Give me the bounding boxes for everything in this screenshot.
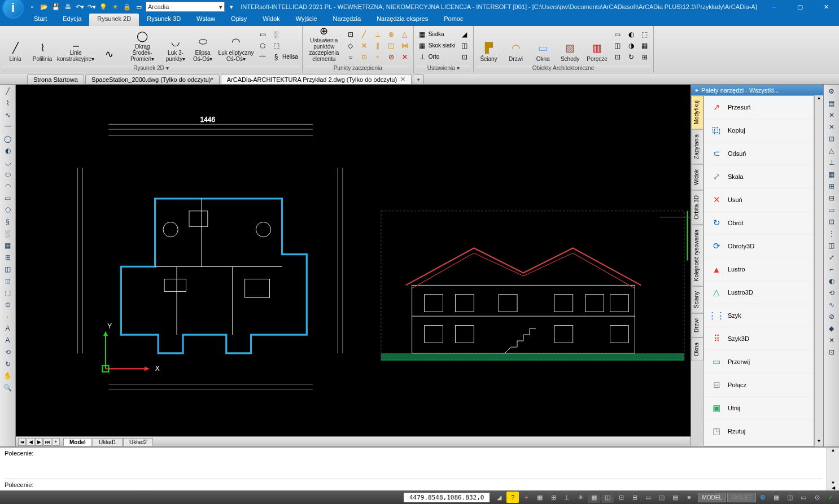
toolbar-button[interactable]: ✕ <box>825 335 838 346</box>
close-icon[interactable]: ✕ <box>400 76 405 83</box>
palette-item[interactable]: ⿻Kopiuj <box>704 119 814 142</box>
palette-item[interactable]: ▣Utnij <box>704 397 814 420</box>
toolbar-button[interactable]: ░ <box>2 228 14 239</box>
layout-tab[interactable]: Układ1 <box>93 438 123 446</box>
palette-item[interactable]: ◳Rzutuj <box>704 420 814 443</box>
toolbar-button[interactable]: ⋮ <box>825 228 838 239</box>
palette-tab[interactable]: Okna <box>691 338 703 361</box>
ribbon-small-button[interactable]: ◐ <box>625 29 637 40</box>
qat-save-icon[interactable]: 💾 <box>51 2 61 12</box>
ribbon-small-button[interactable]: ⊙ <box>358 51 370 62</box>
ribbon-small-button[interactable]: △ <box>399 29 411 40</box>
tablet-badge[interactable]: TABLET <box>727 493 756 502</box>
qat-open-icon[interactable]: 📂 <box>39 2 49 12</box>
ribbon-small-button[interactable]: ⊗ <box>385 29 397 40</box>
menu-tab-edycja[interactable]: Edycja <box>55 14 89 26</box>
status-otrack-icon[interactable]: ◫ <box>601 492 614 503</box>
scroll-down-icon[interactable]: ▼ <box>815 439 823 446</box>
toolbar-button[interactable]: 〰 <box>2 121 14 133</box>
toolbar-button[interactable]: ▭ <box>2 192 14 204</box>
toolbar-button[interactable]: 🔍 <box>2 382 14 393</box>
status-gear-icon[interactable]: ⚙ <box>757 492 769 503</box>
ribbon-small-button[interactable]: ◫ <box>458 40 471 51</box>
layout-first-button[interactable]: ⏮ <box>18 438 26 446</box>
palette-item[interactable]: ↗Przesuń <box>704 96 814 119</box>
ribbon-button[interactable]: ╱Linia <box>2 28 28 63</box>
toolbar-button[interactable]: ◠ <box>2 181 14 192</box>
toolbar-button[interactable]: · <box>2 311 14 322</box>
coordinates-display[interactable]: 4479.8548,1086.832,0 <box>404 493 490 502</box>
model-badge[interactable]: MODEL <box>698 493 726 502</box>
ribbon-button[interactable]: ◠Łuk eliptyczny Oś-Oś▾ <box>217 28 255 63</box>
menu-tab-rysunek-2d[interactable]: Rysunek 2D <box>89 14 139 26</box>
layer-selector[interactable]: Arcadia ▾ <box>146 2 225 12</box>
qat-lock-icon[interactable]: 🔒 <box>122 2 132 12</box>
status-btn-13[interactable]: ▤ <box>669 492 681 503</box>
ribbon-group-label[interactable]: Punkty zaczepienia <box>305 64 411 72</box>
toolbar-button[interactable]: ⚙ <box>825 86 838 97</box>
ribbon-small-button[interactable]: ▦Skok siatki <box>416 40 457 51</box>
toolbar-button[interactable]: ◡ <box>2 157 14 168</box>
toolbar-button[interactable]: ⊡ <box>2 275 14 287</box>
status-btn-s2[interactable]: ◫ <box>784 492 796 503</box>
ribbon-small-button[interactable]: ░ <box>270 29 300 40</box>
toolbar-button[interactable]: ◫ <box>2 264 14 275</box>
ribbon-small-button[interactable]: ◑ <box>625 40 637 51</box>
ribbon-small-button[interactable]: ╱ <box>358 29 370 40</box>
toolbar-button[interactable]: ▭ <box>825 204 838 216</box>
toolbar-button[interactable]: ↻ <box>2 358 14 370</box>
toolbar-button[interactable]: ⊞ <box>2 252 14 263</box>
palette-item[interactable]: ↻Obrót <box>704 212 814 235</box>
minimize-button[interactable]: ─ <box>761 0 787 14</box>
status-btn-s4[interactable]: ⊙ <box>811 492 823 503</box>
toolbar-button[interactable]: ▦ <box>2 240 14 251</box>
ribbon-small-button[interactable]: ⊞ <box>639 51 651 62</box>
toolbar-button[interactable]: ⌇ <box>2 98 14 109</box>
toolbar-button[interactable]: ⊡ <box>825 347 838 358</box>
ribbon-small-button[interactable]: ◫ <box>385 40 397 51</box>
toolbar-button[interactable]: ⬚ <box>2 287 14 299</box>
status-lwt-icon[interactable]: ⊡ <box>615 492 627 503</box>
menu-tab-pomoc[interactable]: Pomoc <box>436 14 471 26</box>
document-tab[interactable]: ArCADia-ARCHITEKTURA Przykład 2.dwg (Tyl… <box>221 74 412 84</box>
status-btn-12[interactable]: ◫ <box>656 492 668 503</box>
toolbar-button[interactable]: ◐ <box>825 275 838 287</box>
qat-saveall-icon[interactable]: 🖶 <box>63 2 73 12</box>
close-button[interactable]: ✕ <box>813 0 839 14</box>
status-grid-icon[interactable]: ⊞ <box>547 492 560 503</box>
palette-item[interactable]: ⊂Odsuń <box>704 142 814 165</box>
toolbar-button[interactable]: ◯ <box>2 133 14 144</box>
toolbar-button[interactable]: ⊙ <box>2 299 14 310</box>
ribbon-small-button[interactable]: ◫ <box>611 40 624 51</box>
status-btn-s1[interactable]: ▦ <box>770 492 783 503</box>
toolbar-button[interactable]: ✕ <box>825 109 838 121</box>
layout-tab[interactable]: Model <box>63 438 92 446</box>
palette-tab[interactable]: Kolejność rysowania <box>691 225 703 286</box>
palette-item[interactable]: ⠿Szyk3D <box>704 327 814 350</box>
ribbon-button[interactable]: ▨Schody <box>557 28 583 63</box>
ribbon-group-label[interactable]: Rysunek 2D ▾ <box>2 64 300 72</box>
ribbon-small-button[interactable]: ∘ <box>372 51 384 62</box>
palette-tab[interactable]: Widok <box>691 164 703 190</box>
status-ortho-icon[interactable]: ⊥ <box>561 492 573 503</box>
ribbon-small-button[interactable]: ▦ <box>639 40 651 51</box>
ribbon-small-button[interactable]: ⊘ <box>385 51 397 62</box>
palette-tab[interactable]: Orbita 3D <box>691 190 703 225</box>
ribbon-button[interactable]: ▭Okna <box>530 28 556 63</box>
ribbon-group-label[interactable]: Obiekty Architektoniczne <box>476 64 651 72</box>
palette-tab[interactable]: Drzwi <box>691 313 703 338</box>
drawing-canvas[interactable]: 1446 <box>16 85 691 436</box>
ribbon-small-button[interactable]: ✕ <box>358 40 370 51</box>
layout-add-button[interactable]: + <box>52 438 60 446</box>
toolbar-button[interactable]: ✋ <box>2 370 14 382</box>
command-input[interactable]: Polecenie: <box>5 479 822 488</box>
toolbar-button[interactable]: A <box>2 335 14 346</box>
toolbar-button[interactable]: ⊟ <box>825 192 838 204</box>
toolbar-button[interactable]: A <box>2 323 14 334</box>
status-snap-icon[interactable]: ▦ <box>534 492 546 503</box>
ribbon-small-button[interactable]: ⋈ <box>399 40 411 51</box>
ribbon-small-button[interactable]: ▭ <box>256 29 269 40</box>
toolbar-button[interactable]: ✕ <box>825 121 838 133</box>
status-btn-s3[interactable]: ▭ <box>797 492 810 503</box>
palette-item[interactable]: ⤢Skala <box>704 165 814 189</box>
